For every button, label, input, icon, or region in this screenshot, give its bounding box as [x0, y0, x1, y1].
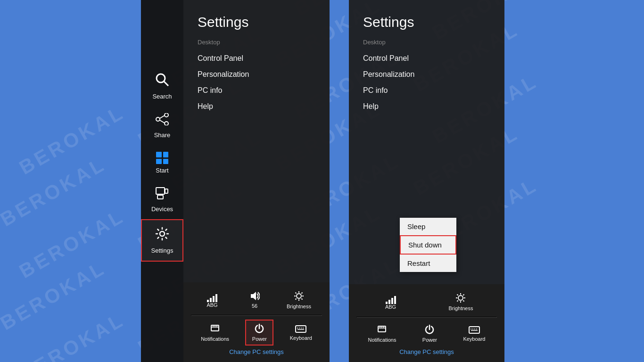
svg-point-3	[165, 122, 168, 125]
keyboard-label-right: Keyboard	[463, 336, 485, 342]
svg-rect-9	[157, 195, 163, 199]
settings-control-panel[interactable]: Control Panel	[198, 50, 315, 66]
charm-devices-label: Devices	[151, 206, 173, 213]
keyboard-icon-right	[469, 325, 480, 336]
notifications-icon-left	[210, 323, 220, 336]
devices-icon	[156, 187, 169, 203]
bottom-bar-right: ABG Brightness	[349, 284, 504, 362]
svg-line-39	[463, 300, 464, 301]
svg-line-6	[160, 120, 165, 123]
power-label-right: Power	[422, 337, 437, 343]
svg-rect-27	[296, 326, 306, 332]
settings-right-control-panel[interactable]: Control Panel	[363, 50, 490, 66]
settings-right-pc-info[interactable]: PC info	[363, 82, 490, 99]
power-popup: Sleep Shut down Restart	[400, 218, 456, 272]
brightness-label: Brightness	[287, 304, 311, 309]
settings-right-title: Settings	[363, 14, 490, 30]
shutdown-button[interactable]: Shut down	[400, 235, 456, 255]
network-label-right: ABG	[385, 304, 396, 310]
settings-left-section: Desktop	[198, 39, 315, 46]
share-icon	[155, 113, 169, 129]
power-label-left: Power	[252, 336, 267, 342]
svg-marker-12	[251, 292, 256, 300]
charm-start[interactable]: Start	[141, 145, 183, 181]
svg-rect-7	[156, 188, 165, 194]
bottom-icons-bottom-left: Notifications Power	[191, 320, 322, 346]
keyboard-icon-left	[295, 324, 306, 335]
charm-share-label: Share	[154, 132, 171, 139]
brightness-icon-item-right[interactable]: Brightness	[445, 290, 477, 314]
settings-right-help[interactable]: Help	[363, 99, 490, 115]
charm-start-label: Start	[156, 167, 168, 174]
signal-icon	[207, 293, 217, 302]
svg-line-21	[295, 298, 296, 299]
gear-icon	[155, 227, 169, 244]
brightness-icon-item[interactable]: Brightness	[283, 288, 315, 312]
charms-bar: Search Share Start	[141, 0, 183, 362]
svg-point-33	[458, 296, 463, 300]
change-pc-settings-left[interactable]: Change PC settings	[191, 348, 322, 355]
brightness-icon-right	[455, 293, 466, 305]
settings-right-personalization[interactable]: Personalization	[363, 66, 490, 82]
speaker-icon	[249, 291, 260, 303]
power-icon-right	[424, 324, 435, 337]
signal-icon-right	[386, 295, 396, 304]
sleep-button[interactable]: Sleep	[400, 218, 456, 235]
notifications-icon-item-right[interactable]: Notifications	[364, 321, 400, 346]
keyboard-icon-item-left[interactable]: Keyboard	[286, 321, 316, 344]
brightness-icon	[294, 291, 304, 304]
svg-line-41	[457, 300, 458, 301]
svg-rect-47	[469, 327, 479, 333]
charm-settings-label: Settings	[151, 247, 173, 254]
svg-point-2	[165, 113, 168, 117]
power-icon-left	[254, 323, 264, 336]
charm-search[interactable]: Search	[141, 66, 183, 107]
keyboard-icon-item-right[interactable]: Keyboard	[459, 322, 489, 345]
charm-share[interactable]: Share	[141, 107, 183, 145]
notifications-icon-item-left[interactable]: Notifications	[197, 321, 233, 345]
svg-point-11	[160, 231, 165, 236]
svg-point-13	[297, 294, 301, 298]
settings-pc-info[interactable]: PC info	[198, 82, 315, 99]
network-label: ABG	[206, 302, 217, 308]
svg-line-40	[463, 295, 464, 296]
svg-rect-8	[165, 189, 168, 193]
restart-button[interactable]: Restart	[400, 255, 456, 272]
power-icon-item-right[interactable]: Power	[415, 321, 444, 346]
brightness-label-right: Brightness	[449, 305, 473, 311]
bottom-icons-top-right: ABG Brightness	[356, 290, 497, 314]
svg-line-20	[301, 293, 302, 294]
search-icon	[155, 73, 169, 90]
volume-label: 56	[252, 303, 257, 309]
settings-right-section: Desktop	[363, 39, 490, 46]
svg-line-1	[164, 82, 168, 86]
settings-left-title: Settings	[198, 14, 315, 30]
charm-devices[interactable]: Devices	[141, 181, 183, 219]
volume-icon-item[interactable]: 56	[240, 288, 269, 312]
svg-point-0	[157, 74, 165, 82]
start-icon	[156, 152, 168, 164]
notifications-label-left: Notifications	[201, 336, 229, 342]
network-icon-item[interactable]: ABG	[198, 290, 226, 311]
svg-line-5	[160, 115, 165, 118]
notifications-label-right: Notifications	[368, 337, 396, 343]
svg-point-4	[156, 117, 160, 121]
settings-help[interactable]: Help	[198, 99, 315, 115]
svg-line-38	[457, 295, 458, 296]
notifications-icon-right	[377, 324, 387, 337]
svg-line-18	[295, 293, 296, 294]
bottom-bar-left: ABG 56	[183, 282, 330, 362]
power-icon-item-left[interactable]: Power	[245, 320, 273, 346]
svg-line-19	[301, 298, 302, 299]
network-icon-item-right[interactable]: ABG	[377, 292, 405, 313]
bottom-icons-bottom-right: Notifications Power	[356, 321, 497, 346]
settings-personalization[interactable]: Personalization	[198, 66, 315, 82]
keyboard-label-left: Keyboard	[290, 335, 312, 341]
charm-settings[interactable]: Settings	[141, 219, 183, 262]
bottom-icons-top-left: ABG 56	[191, 288, 322, 312]
charm-search-label: Search	[152, 93, 172, 100]
change-pc-settings-right[interactable]: Change PC settings	[356, 348, 497, 355]
